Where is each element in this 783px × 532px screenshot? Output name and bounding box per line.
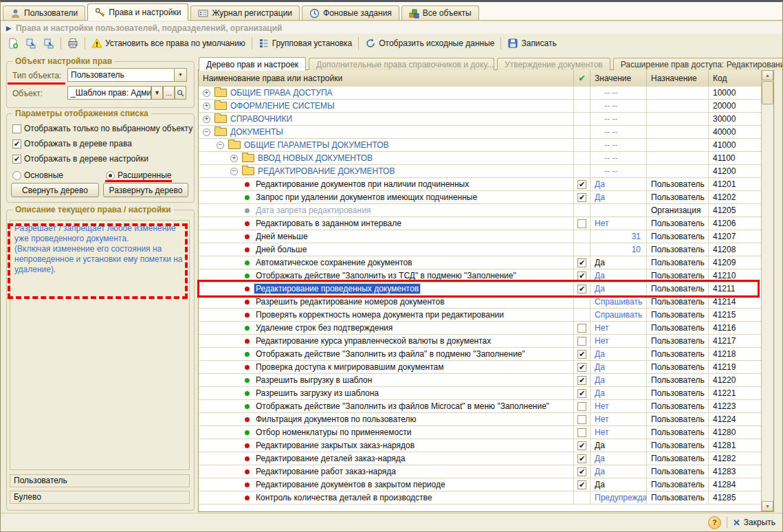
value-text[interactable]: -- --: [595, 140, 617, 150]
table-row[interactable]: Удаление строк без подтвержденияНетПольз…: [199, 322, 762, 335]
tree-expander-icon[interactable]: −: [217, 142, 224, 149]
column-header-code[interactable]: Код: [709, 70, 762, 87]
value-text[interactable]: -- --: [595, 114, 617, 124]
scrollbar-thumb[interactable]: [762, 81, 773, 104]
object-type-select[interactable]: Пользователь ▼: [67, 68, 187, 82]
print-button[interactable]: [64, 36, 82, 51]
value-text[interactable]: -- --: [595, 153, 617, 163]
table-row[interactable]: Дней меньше31Пользователь41207: [199, 230, 762, 243]
table-row[interactable]: −ОБЩИЕ ПАРАМЕТРЫ ДОКУМЕНТОВ-- --41000: [199, 139, 762, 152]
table-row[interactable]: Отображать действие "Заполнить из файлов…: [199, 400, 762, 413]
value-checkbox[interactable]: ✔: [577, 480, 586, 489]
value-checkbox[interactable]: ✔: [577, 193, 586, 202]
table-row[interactable]: +ОФОРМЛЕНИЕ СИСТЕМЫ-- --20000: [199, 100, 762, 113]
radio-icon[interactable]: [12, 171, 21, 180]
tab-rights-tree[interactable]: Дерево прав и настроек: [199, 57, 306, 71]
tab-all-objects[interactable]: Все объекты: [401, 5, 479, 20]
value-checkbox[interactable]: ✔: [577, 467, 586, 476]
radio-basic[interactable]: Основные: [12, 170, 63, 180]
value-text[interactable]: 31: [632, 232, 641, 241]
table-row[interactable]: Редактирование проведенных документов✔Да…: [199, 282, 762, 296]
table-row[interactable]: Дата запрета редактированияОрганизация41…: [199, 204, 762, 217]
table-row[interactable]: −ДОКУМЕНТЫ-- --40000: [199, 126, 762, 139]
value-text[interactable]: Предупреждать: [595, 493, 647, 502]
tree-expander-icon[interactable]: −: [203, 129, 210, 136]
table-row[interactable]: Фильтрация документов по пользователюНет…: [199, 413, 762, 426]
value-text[interactable]: Да: [595, 480, 605, 489]
value-text[interactable]: -- --: [595, 88, 617, 98]
value-text[interactable]: Да: [595, 349, 605, 359]
value-text[interactable]: -- --: [595, 166, 617, 176]
table-row[interactable]: Разрешить загрузку из шаблона✔ДаПользова…: [199, 387, 762, 400]
table-row[interactable]: +ОБЩИЕ ПРАВА ДОСТУПА-- --10000: [199, 87, 762, 100]
table-row[interactable]: Редактирование деталей заказ-наряда✔ДаПо…: [199, 452, 762, 465]
table-row[interactable]: Проверять корректность номера документа …: [199, 309, 762, 322]
value-checkbox[interactable]: [577, 324, 586, 333]
tree-expander-icon[interactable]: +: [203, 102, 210, 110]
radio-extended[interactable]: Расширенные: [106, 170, 172, 180]
column-header-name[interactable]: Наименование права или настройки: [199, 70, 574, 87]
object-ellipsis-button[interactable]: ...: [163, 86, 175, 100]
value-checkbox[interactable]: ✔: [577, 441, 586, 450]
tab-registration-log[interactable]: Журнал регистрации: [190, 5, 300, 20]
tree-expander-icon[interactable]: +: [203, 115, 210, 123]
value-text[interactable]: Спрашивать: [595, 297, 642, 307]
radio-icon[interactable]: [106, 171, 115, 180]
scroll-up-icon[interactable]: ▲: [762, 70, 773, 80]
value-text[interactable]: Да: [595, 454, 605, 463]
copy-out-button[interactable]: [40, 36, 58, 51]
table-row[interactable]: Редактировать в заданном интервалеНетПол…: [199, 217, 762, 230]
table-row[interactable]: +СПРАВОЧНИКИ-- --30000: [199, 113, 762, 126]
table-row[interactable]: Редактирование курса управленческой валю…: [199, 335, 762, 348]
value-text[interactable]: Спрашивать: [595, 310, 642, 320]
value-text[interactable]: Да: [595, 375, 605, 385]
value-checkbox[interactable]: [577, 219, 586, 228]
table-row[interactable]: Запрос при удалении документов имеющих п…: [199, 191, 762, 204]
object-search-button[interactable]: [175, 86, 186, 100]
table-row[interactable]: −РЕДАКТИРОВАНИЕ ДОКУМЕНТОВ-- --41200: [199, 165, 762, 178]
tab-access-extension[interactable]: Расширение прав доступа: Редактирование …: [613, 58, 783, 70]
value-text[interactable]: Нет: [595, 336, 608, 346]
tab-rights-settings[interactable]: Права и настройки: [87, 3, 188, 21]
value-text[interactable]: Да: [595, 271, 605, 280]
value-text[interactable]: Нет: [595, 428, 608, 437]
value-text[interactable]: Нет: [595, 219, 608, 228]
value-text[interactable]: Нет: [595, 414, 608, 424]
value-checkbox[interactable]: ✔: [577, 258, 586, 267]
table-row[interactable]: Редактирование закрытых заказ-нарядов✔Да…: [199, 439, 762, 452]
tab-users[interactable]: Пользователи: [3, 5, 85, 20]
table-row[interactable]: Автоматическое сохранение документов✔ДаП…: [199, 256, 762, 269]
value-text[interactable]: Да: [595, 284, 605, 293]
column-header-check-icon[interactable]: ✔: [574, 70, 591, 87]
tab-background-jobs[interactable]: Фоновые задания: [302, 5, 399, 20]
tab-document-approval[interactable]: Утверждение документов: [497, 58, 610, 70]
table-row[interactable]: Отображать действие "Заполнить из файла"…: [199, 348, 762, 361]
value-text[interactable]: Нет: [595, 323, 608, 333]
value-text[interactable]: Да: [595, 179, 605, 189]
object-input[interactable]: _Шаблон прав: Администр: [67, 86, 151, 100]
column-header-value[interactable]: Значение: [591, 70, 647, 87]
scroll-down-icon[interactable]: ▼: [762, 501, 773, 511]
tab-additional-rights[interactable]: Дополнительные права справочников и доку…: [309, 58, 494, 70]
table-row[interactable]: +ВВОД НОВЫХ ДОКУМЕНТОВ-- --41100: [199, 152, 762, 165]
value-checkbox[interactable]: ✔: [577, 285, 586, 293]
value-text[interactable]: 10: [632, 245, 641, 254]
vertical-scrollbar[interactable]: ▲ ▼: [761, 70, 773, 511]
checkbox-icon[interactable]: [12, 155, 21, 164]
show-source-data-button[interactable]: Отобразить исходные данные: [362, 36, 498, 51]
value-text[interactable]: Да: [595, 467, 605, 476]
tree-expander-icon[interactable]: −: [230, 168, 238, 175]
value-checkbox[interactable]: ✔: [577, 389, 586, 398]
value-text[interactable]: Да: [595, 388, 605, 398]
close-button[interactable]: ✕ Закрыть: [733, 518, 775, 528]
help-button[interactable]: ?: [708, 516, 721, 529]
checkbox-show-selected-only[interactable]: Отображать только по выбранному объекту: [12, 124, 192, 133]
table-row[interactable]: Разрешить выгрузку в шаблон✔ДаПользовате…: [199, 374, 762, 387]
save-button[interactable]: Записать: [504, 36, 560, 51]
value-text[interactable]: Нет: [595, 401, 608, 411]
value-checkbox[interactable]: ✔: [577, 454, 586, 463]
tree-expander-icon[interactable]: +: [203, 89, 210, 97]
copy-in-button[interactable]: [22, 36, 40, 51]
checkbox-icon[interactable]: [12, 140, 21, 148]
table-row[interactable]: Отбор номенклатуры по применяемостиНетПо…: [199, 426, 762, 439]
